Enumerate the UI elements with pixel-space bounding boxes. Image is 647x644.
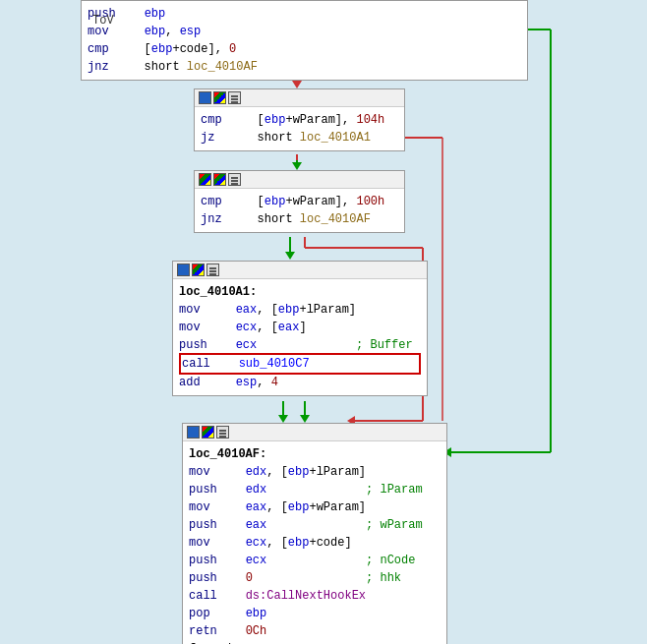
blue-icon2 bbox=[177, 263, 190, 276]
lines-icon3 bbox=[206, 263, 219, 276]
lines-icon4 bbox=[216, 426, 229, 439]
blue-icon bbox=[199, 91, 211, 104]
tov-label: ToV bbox=[92, 14, 114, 28]
box4-code-body: loc_4010AF: mov edx, [ebp+lParam] push e… bbox=[183, 441, 446, 644]
box3-code-body: loc_4010A1: mov eax, [ebp+lParam] mov ec… bbox=[173, 279, 427, 395]
blue-icon3 bbox=[187, 426, 200, 439]
box2-code-box: cmp [ebp+wParam], 100h jnz short loc_401… bbox=[194, 170, 405, 233]
multicolor-icon4 bbox=[192, 263, 205, 276]
multicolor-icon2 bbox=[199, 173, 211, 186]
main-canvas: push ebp mov ebp, esp cmp [ebp+code], 0 … bbox=[0, 0, 647, 644]
svg-marker-15 bbox=[278, 415, 288, 423]
top-code-box: push ebp mov ebp, esp cmp [ebp+code], 0 … bbox=[81, 0, 528, 81]
multicolor-icon3 bbox=[213, 173, 226, 186]
multicolor-icon bbox=[213, 91, 226, 104]
svg-marker-3 bbox=[292, 162, 302, 170]
box1-code-box: cmp [ebp+wParam], 104h jz short loc_4010… bbox=[194, 88, 405, 151]
lines-icon bbox=[228, 91, 241, 104]
box2-header bbox=[195, 171, 404, 189]
svg-marker-6 bbox=[285, 252, 295, 260]
multicolor-icon5 bbox=[202, 426, 214, 439]
svg-marker-1 bbox=[292, 81, 302, 88]
box4-header bbox=[183, 424, 446, 441]
box1-code-body: cmp [ebp+wParam], 104h jz short loc_4010… bbox=[195, 107, 404, 150]
top-code-body: push ebp mov ebp, esp cmp [ebp+code], 0 … bbox=[82, 1, 527, 80]
lines-icon2 bbox=[228, 173, 241, 186]
box3-header bbox=[173, 262, 427, 279]
box3-code-box: loc_4010A1: mov eax, [ebp+lParam] mov ec… bbox=[172, 261, 428, 396]
svg-marker-17 bbox=[300, 415, 310, 423]
box1-header bbox=[195, 89, 404, 107]
box2-code-body: cmp [ebp+wParam], 100h jnz short loc_401… bbox=[195, 189, 404, 232]
box4-code-box: loc_4010AF: mov edx, [ebp+lParam] push e… bbox=[182, 423, 447, 644]
